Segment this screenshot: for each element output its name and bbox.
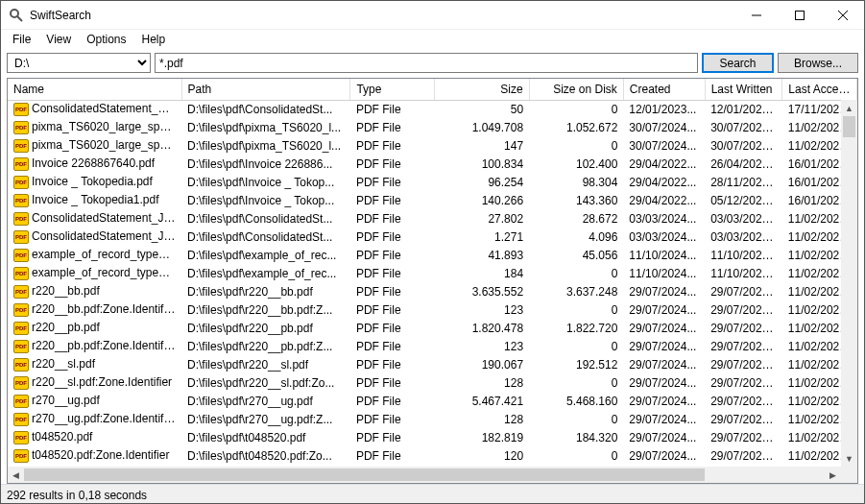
file-created: 03/03/2024... [623,228,705,246]
table-row[interactable]: PDFr220__sl.pdfD:\files\pdf\r220__sl.pdf… [8,355,857,373]
col-accessed[interactable]: Last Access... [782,79,857,100]
minimize-button[interactable] [734,1,778,29]
pdf-icon: PDF [13,413,29,426]
file-sizedisk: 0 [529,337,623,355]
pdf-icon: PDF [13,322,29,335]
table-row[interactable]: PDFr220__pb.pdf:Zone.IdentifierD:\files\… [8,337,857,355]
menu-file[interactable]: File [5,31,38,48]
file-written: 28/11/2021... [705,173,782,191]
table-row[interactable]: PDFr220__bb.pdf:Zone.IdentifierD:\files\… [8,300,857,319]
file-created: 29/07/2024... [623,319,705,337]
table-row[interactable]: PDFInvoice _ Tokopedia.pdfD:\files\pdf\I… [8,173,857,191]
scroll-right-icon[interactable]: ▶ [825,467,841,483]
file-written: 03/03/2024... [705,209,782,228]
file-path: D:\files\pdf\t048520.pdf [181,428,350,446]
file-type: PDF File [350,319,435,337]
horizontal-scrollbar[interactable]: ◀ ▶ [8,467,841,483]
file-name: r220__sl.pdf [32,357,95,371]
file-written: 29/07/2024... [705,300,782,319]
file-size: 50 [435,100,529,118]
table-row[interactable]: PDFr270__ug.pdf:Zone.IdentifierD:\files\… [8,410,857,428]
col-sizedisk[interactable]: Size on Disk [529,79,623,100]
results-list: Name Path Type Size Size on Disk Created… [7,78,858,484]
col-path[interactable]: Path [181,79,350,100]
file-written: 29/07/2024... [705,428,782,446]
file-size: 5.467.421 [435,392,529,410]
file-size: 96.254 [435,173,529,191]
file-path: D:\files\pdf\ConsolidatedSt... [181,209,350,228]
file-path: D:\files\pdf\r220__bb.pdf:Z... [181,300,350,319]
file-written: 29/07/2024... [705,446,782,465]
pdf-icon: PDF [13,340,29,353]
search-button[interactable]: Search [702,53,774,73]
table-row[interactable]: PDFConsolidatedStatement_Ja...D:\files\p… [8,209,857,228]
file-name: Invoice 2268867640.pdf [32,156,155,170]
scroll-up-icon[interactable]: ▲ [841,100,857,116]
menu-help[interactable]: Help [134,31,174,48]
file-written: 29/07/2024... [705,355,782,373]
col-type[interactable]: Type [350,79,435,100]
table-row[interactable]: PDFpixma_TS6020_large_spec_s...D:\files\… [8,118,857,136]
file-path: D:\files\pdf\Invoice _ Tokop... [181,173,350,191]
table-row[interactable]: PDFr220__sl.pdf:Zone.IdentifierD:\files\… [8,373,857,392]
pdf-icon: PDF [13,285,29,299]
file-written: 12/01/2023... [705,100,782,118]
col-name[interactable]: Name [8,79,181,100]
file-sizedisk: 0 [529,100,623,118]
pdf-icon: PDF [13,157,29,171]
file-name: r220__pb.pdf [32,321,100,334]
col-written[interactable]: Last Written [705,79,782,100]
table-row[interactable]: PDFInvoice _ Tokopedia1.pdfD:\files\pdf\… [8,191,857,209]
file-created: 29/04/2022... [623,173,705,191]
file-created: 29/04/2022... [623,191,705,209]
file-written: 29/07/2024... [705,337,782,355]
pdf-icon: PDF [13,303,29,317]
file-created: 29/07/2024... [623,392,705,410]
browse-button[interactable]: Browse... [778,53,858,73]
scroll-down-icon[interactable]: ▼ [841,450,857,467]
table-row[interactable]: PDFr270__ug.pdfD:\files\pdf\r270__ug.pdf… [8,392,857,410]
close-button[interactable] [821,1,864,29]
vertical-scrollbar[interactable]: ▲ ▼ [841,100,857,467]
search-input[interactable] [155,53,698,73]
table-row[interactable]: PDFConsolidatedStatement_No...D:\files\p… [8,100,857,118]
table-row[interactable]: PDFt048520.pdfD:\files\pdf\t048520.pdfPD… [8,428,857,446]
scroll-left-icon[interactable]: ◀ [8,467,24,483]
table-row[interactable]: PDFConsolidatedStatement_Ja...D:\files\p… [8,228,857,246]
file-sizedisk: 45.056 [529,246,623,264]
file-type: PDF File [350,337,435,355]
file-path: D:\files\pdf\Invoice 226886... [181,155,350,173]
file-created: 29/07/2024... [623,410,705,428]
file-sizedisk: 0 [529,446,623,465]
file-sizedisk: 28.672 [529,209,623,228]
file-type: PDF File [350,173,435,191]
file-size: 184 [435,264,529,282]
pdf-icon: PDF [13,103,29,116]
scroll-corner [841,467,857,483]
menubar: File View Options Help [1,30,864,49]
file-written: 05/12/2021... [705,191,782,209]
table-row[interactable]: PDFInvoice 2268867640.pdfD:\files\pdf\In… [8,155,857,173]
table-row[interactable]: PDFt048520.pdf:Zone.IdentifierD:\files\p… [8,446,857,465]
table-row[interactable]: PDFr220__pb.pdfD:\files\pdf\r220__pb.pdf… [8,319,857,337]
drive-select[interactable]: D:\ [7,53,151,73]
maximize-button[interactable] [778,1,821,29]
file-type: PDF File [350,282,435,300]
menu-options[interactable]: Options [79,31,133,48]
pdf-icon: PDF [13,249,29,262]
pdf-icon: PDF [13,358,29,372]
file-type: PDF File [350,410,435,428]
table-row[interactable]: PDFr220__bb.pdfD:\files\pdf\r220__bb.pdf… [8,282,857,300]
file-type: PDF File [350,428,435,446]
table-row[interactable]: PDFexample_of_record_types40...D:\files\… [8,264,857,282]
table-row[interactable]: PDFpixma_TS6020_large_spec_s...D:\files\… [8,136,857,155]
col-size[interactable]: Size [435,79,529,100]
file-created: 12/01/2023... [623,100,705,118]
col-created[interactable]: Created [623,79,705,100]
file-size: 182.819 [435,428,529,446]
table-row[interactable]: PDFexample_of_record_types40...D:\files\… [8,246,857,264]
file-type: PDF File [350,191,435,209]
menu-view[interactable]: View [38,31,79,48]
file-size: 140.266 [435,191,529,209]
file-created: 29/04/2022... [623,155,705,173]
